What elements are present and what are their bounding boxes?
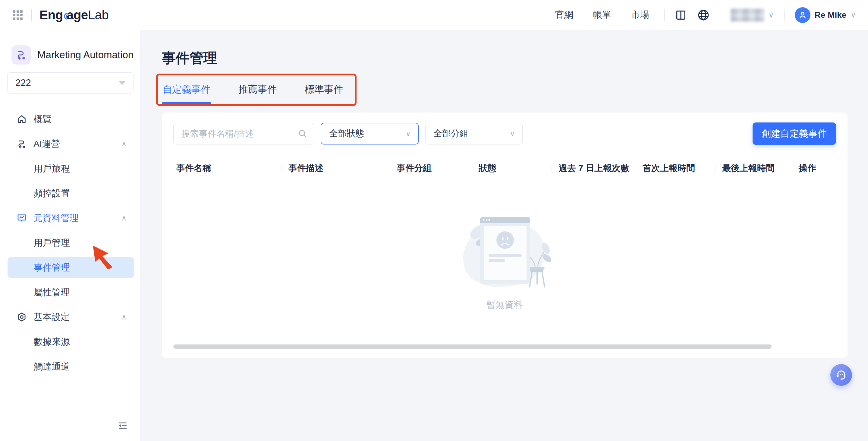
search-box xyxy=(173,123,314,145)
app-grid-icon[interactable] xyxy=(12,9,24,21)
tab-recommended-events[interactable]: 推薦事件 xyxy=(238,80,278,104)
sidebar-item-label: 數據來源 xyxy=(34,336,70,348)
sidebar-group-ai-ops[interactable]: AI運營 ∧ xyxy=(0,131,140,156)
chart-board-icon xyxy=(17,213,27,223)
table-body-empty: 暫無資料 xyxy=(170,180,840,337)
settings-icon xyxy=(17,312,27,322)
sidebar-item-label: 觸達通道 xyxy=(34,360,70,373)
fixed-column-divider xyxy=(835,156,835,337)
sidebar-item-label: 事件管理 xyxy=(34,262,70,274)
top-header: EngageLab 官網 帳單 市場 ∨ xyxy=(0,0,868,30)
column-header-event-name: 事件名稱 xyxy=(170,162,282,174)
empty-state-text: 暫無資料 xyxy=(487,299,523,311)
annotation-red-box: 自定義事件 推薦事件 標準事件 xyxy=(156,74,356,106)
logo-text: age xyxy=(67,8,88,22)
product-name: Marketing Automation xyxy=(37,49,133,61)
sidebar-item-label: 概覽 xyxy=(33,113,52,125)
logo-arc-icon xyxy=(62,9,68,24)
tab-label: 自定義事件 xyxy=(162,84,211,95)
nav-official-site[interactable]: 官網 xyxy=(555,9,573,21)
table-header-row: 事件名稱 事件描述 事件分組 狀態 過去 7 日上報次數 首次上報時間 最後上報… xyxy=(170,156,840,180)
sidebar-item-overview[interactable]: 概覽 xyxy=(0,107,140,131)
headset-icon xyxy=(835,369,847,381)
header-divider xyxy=(720,9,720,22)
search-input[interactable] xyxy=(173,123,314,145)
header-right: 官網 帳單 市場 ∨ xyxy=(550,7,856,23)
logo-text: Eng xyxy=(39,8,63,22)
header-divider xyxy=(784,9,784,22)
events-table: 事件名稱 事件描述 事件分組 狀態 過去 7 日上報次數 首次上報時間 最後上報… xyxy=(170,156,840,337)
column-header-group: 事件分組 xyxy=(390,162,472,174)
engagelab-logo[interactable]: EngageLab xyxy=(39,8,108,22)
sidebar-item-reach-channel[interactable]: 觸達通道 xyxy=(0,354,140,379)
status-filter-value: 全部狀態 xyxy=(329,127,364,140)
chevron-up-icon: ∧ xyxy=(121,140,127,148)
chevron-down-icon: ∨ xyxy=(850,11,856,19)
sidebar-item-frequency-control[interactable]: 頻控設置 xyxy=(0,181,140,206)
language-globe-icon[interactable] xyxy=(697,9,710,22)
logo-text-lab: Lab xyxy=(88,8,109,22)
tab-custom-events[interactable]: 自定義事件 xyxy=(162,80,211,104)
browser-window xyxy=(480,217,530,284)
user-menu[interactable]: Re Mike ∨ xyxy=(795,7,856,23)
column-header-7d-reports: 過去 7 日上報次數 xyxy=(552,162,636,174)
sidebar-item-user-journey[interactable]: 用戶旅程 xyxy=(0,156,140,181)
redacted-text-block xyxy=(731,8,764,22)
support-fab[interactable] xyxy=(830,364,852,386)
column-header-status: 狀態 xyxy=(472,162,552,174)
product-header: Marketing Automation xyxy=(11,45,140,64)
nav-billing[interactable]: 帳單 xyxy=(593,9,611,21)
chevron-down-icon: ∨ xyxy=(769,11,774,19)
user-name: Re Mike xyxy=(815,10,846,20)
sidebar-item-label: 用戶管理 xyxy=(34,237,70,249)
main-content: 事件管理 自定義事件 推薦事件 標準事件 xyxy=(140,30,868,441)
sidebar-group-label: AI運營 xyxy=(33,138,60,150)
column-header-description: 事件描述 xyxy=(282,162,390,174)
sidebar-item-attribute-management[interactable]: 屬性管理 xyxy=(0,280,140,305)
filters-toolbar: 全部狀態 ∨ 全部分組 ∨ 創建自定義事件 xyxy=(162,113,847,145)
chevron-down-icon: ∨ xyxy=(405,129,411,138)
tab-label: 推薦事件 xyxy=(239,84,277,95)
collapse-sidebar-icon[interactable] xyxy=(118,422,127,430)
annotation-arrow xyxy=(91,244,119,270)
tab-label: 標準事件 xyxy=(305,84,343,95)
sidebar-group-basic-settings[interactable]: 基本設定 ∧ xyxy=(0,305,140,329)
tab-standard-events[interactable]: 標準事件 xyxy=(304,80,344,104)
header-left: EngageLab xyxy=(12,8,108,22)
sidebar-item-label: 用戶旅程 xyxy=(34,163,70,175)
sidebar-group-metadata[interactable]: 元資料管理 ∧ xyxy=(0,206,140,231)
column-header-first-report-time: 首次上報時間 xyxy=(636,162,715,174)
event-tabs: 自定義事件 推薦事件 標準事件 xyxy=(162,80,344,104)
status-filter-select[interactable]: 全部狀態 ∨ xyxy=(321,123,418,145)
horizontal-scrollbar-thumb[interactable] xyxy=(173,345,772,349)
marketing-automation-icon xyxy=(11,45,31,64)
events-card: 全部狀態 ∨ 全部分組 ∨ 創建自定義事件 事件名稱 事件描述 事件分組 狀態 xyxy=(162,113,847,358)
sidebar-item-data-source[interactable]: 數據來源 xyxy=(0,329,140,354)
search-icon[interactable] xyxy=(298,129,307,140)
column-header-last-report-time: 最後上報時間 xyxy=(715,162,792,174)
sidebar-group-label: 基本設定 xyxy=(33,311,70,323)
header-divider xyxy=(664,9,664,22)
docs-book-icon[interactable] xyxy=(675,9,687,21)
sidebar-menu: 概覽 AI運營 ∧ 用戶旅程 xyxy=(0,107,140,379)
group-filter-value: 全部分組 xyxy=(433,127,468,140)
workspace-select-value: 222 xyxy=(16,78,31,88)
sidebar-item-label: 頻控設置 xyxy=(34,187,70,200)
masked-account-chip[interactable]: ∨ xyxy=(731,8,774,22)
header-divider xyxy=(31,9,32,22)
empty-state-illustration xyxy=(457,207,553,297)
caret-down-icon xyxy=(119,81,126,85)
sidebar: Marketing Automation 222 概覽 xyxy=(0,30,140,441)
chevron-down-icon: ∨ xyxy=(510,129,515,138)
group-filter-select[interactable]: 全部分組 ∨ xyxy=(425,123,523,145)
nav-marketplace[interactable]: 市場 xyxy=(631,9,649,21)
home-icon xyxy=(17,114,27,124)
page-title: 事件管理 xyxy=(162,49,868,67)
chevron-up-icon: ∧ xyxy=(121,313,127,321)
journey-route-icon xyxy=(17,139,27,149)
sidebar-item-label: 屬性管理 xyxy=(34,286,70,299)
workspace-select[interactable]: 222 xyxy=(7,72,134,93)
chevron-up-icon: ∧ xyxy=(121,214,127,222)
create-custom-event-button[interactable]: 創建自定義事件 xyxy=(752,122,836,145)
app-root: EngageLab 官網 帳單 市場 ∨ xyxy=(0,0,868,441)
